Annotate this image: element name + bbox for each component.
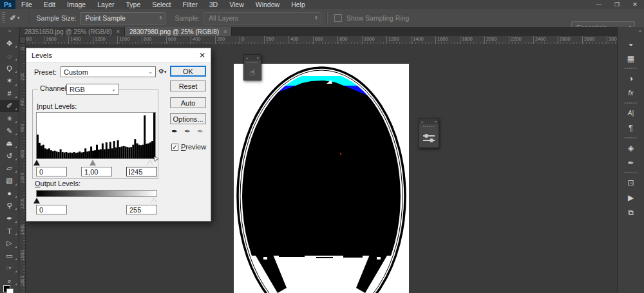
layers-panel-icon[interactable]: ⧉	[618, 205, 644, 220]
eyedropper-tool[interactable]: ✐	[0, 100, 19, 112]
panel-collapse-icon[interactable]: »	[246, 56, 248, 60]
crop-tool[interactable]: #	[0, 88, 19, 100]
swatches-panel-icon[interactable]: ▦	[618, 51, 644, 66]
vertical-ruler[interactable]: 020040060080010001200140016001800	[19, 44, 26, 293]
color-swatches[interactable]	[3, 285, 14, 293]
menu-item-type[interactable]: Type	[120, 1, 146, 8]
output-shadow-field[interactable]: 0	[36, 205, 67, 214]
color-panel-icon[interactable]: ◒	[618, 36, 644, 51]
channel-dropdown[interactable]: RGB ⌄	[66, 84, 119, 95]
dock-grip[interactable]: ••••••	[624, 170, 638, 175]
hand-tool[interactable]: ☞	[0, 262, 19, 274]
menu-item-window[interactable]: Window	[250, 1, 285, 8]
menu-item-image[interactable]: Image	[61, 1, 91, 8]
chevron-down-icon: ⌄	[148, 69, 153, 75]
dock-grip[interactable]: ••••••	[624, 100, 638, 106]
ruler-label: 400	[19, 99, 25, 106]
paths-panel-icon[interactable]: ✒	[618, 155, 644, 170]
sample-size-dropdown[interactable]: Point Sample ⇕	[80, 12, 166, 24]
3d-panel-icon[interactable]: ◈	[618, 140, 644, 155]
dock-grip[interactable]: ••••••	[624, 135, 638, 140]
panel-collapse-icon[interactable]: »	[421, 120, 423, 124]
tool-preset-caret-icon[interactable]: ▾	[17, 15, 20, 21]
hand-panel-icon[interactable]: ☝	[250, 68, 255, 77]
tab-close-icon[interactable]: ×	[117, 28, 120, 35]
gradient-tool[interactable]: ▧	[0, 175, 19, 187]
shape-tool[interactable]: ▭	[0, 250, 19, 262]
clone-stamp-tool[interactable]: ⏏	[0, 137, 19, 149]
reset-button[interactable]: Reset	[170, 80, 206, 91]
tab-close-icon[interactable]: ×	[223, 28, 227, 35]
toolbar-collapse-button[interactable]: »	[0, 27, 20, 36]
input-midtone-slider[interactable]	[90, 160, 96, 165]
move-tool[interactable]: ✥	[0, 37, 19, 50]
auto-button[interactable]: Auto	[170, 97, 206, 108]
input-highlight-field[interactable]: 245	[126, 167, 157, 176]
options-button[interactable]: Options...	[170, 113, 206, 124]
dialog-close-icon[interactable]: ✕	[199, 51, 205, 60]
actions-panel-icon[interactable]: ▶	[618, 190, 644, 205]
panel-close-icon[interactable]: ×	[434, 120, 437, 124]
input-gamma-field[interactable]: 1,00	[81, 167, 112, 176]
dodge-tool[interactable]: ⚲	[0, 200, 19, 212]
output-highlight-field[interactable]: 255	[126, 205, 157, 214]
document-tab-bar: » 28351650.jpg @ 25% (RGB/8)×28307980.pn…	[0, 27, 644, 36]
menu-item-3d[interactable]: 3D	[204, 1, 223, 8]
minimize-button[interactable]: —	[590, 1, 608, 8]
menu-item-help[interactable]: Help	[285, 1, 311, 8]
ruler-label: 400	[191, 36, 201, 44]
history-panel-icon[interactable]: ⊡	[618, 175, 644, 190]
menu-item-file[interactable]: File	[15, 1, 38, 8]
magic-wand-tool[interactable]: ✶	[0, 75, 19, 87]
gray-point-eyedropper-icon[interactable]: ✒	[184, 127, 191, 136]
type-tool[interactable]: T	[0, 225, 19, 237]
options-grip[interactable]	[2, 12, 5, 24]
eraser-tool[interactable]: ▱	[0, 162, 19, 175]
menu-item-layer[interactable]: Layer	[91, 1, 120, 8]
history-brush-tool[interactable]: ↺	[0, 150, 19, 162]
background-color-swatch[interactable]	[6, 288, 14, 293]
dock-grip[interactable]: ••••••	[624, 66, 638, 71]
blur-tool[interactable]: ●	[0, 187, 19, 200]
healing-brush-tool[interactable]: ✳	[0, 112, 19, 124]
white-point-eyedropper-icon[interactable]: ✒	[197, 127, 204, 136]
paragraph-panel-icon[interactable]: ¶	[618, 120, 644, 135]
path-select-tool[interactable]: ▷	[0, 237, 19, 249]
ruler-origin-box[interactable]	[19, 36, 26, 44]
menu-item-filter[interactable]: Filter	[176, 1, 203, 8]
ok-button[interactable]: OK	[170, 66, 206, 77]
sliders-icon[interactable]	[419, 128, 439, 147]
preview-checkbox[interactable]: ✓	[171, 144, 178, 151]
gear-icon[interactable]: ⚙▾	[158, 68, 166, 75]
output-shadow-slider[interactable]	[33, 198, 40, 203]
menu-item-select[interactable]: Select	[146, 1, 176, 8]
close-button[interactable]: ✕	[626, 1, 644, 8]
lasso-tool[interactable]: Ϙ	[0, 62, 19, 75]
menu-item-edit[interactable]: Edit	[38, 1, 61, 8]
restore-button[interactable]: ❐	[608, 1, 626, 8]
character-panel-icon[interactable]: A|	[618, 106, 644, 120]
show-sampling-ring-checkbox	[334, 14, 342, 22]
ruler-label: 0	[19, 47, 25, 55]
pen-tool[interactable]: ✒	[0, 212, 19, 224]
black-point-eyedropper-icon[interactable]: ✒	[171, 127, 178, 136]
styles-panel-icon[interactable]: fx	[618, 86, 644, 100]
ruler-label: 2800	[582, 36, 595, 44]
input-shadow-slider[interactable]	[33, 160, 40, 165]
document-tab[interactable]: 28307980.png @ 25% (RGB/8)×	[125, 27, 232, 36]
panel-grip[interactable]: ••••••	[244, 61, 261, 64]
brush-tool[interactable]: ✎	[0, 125, 19, 137]
adjustments-panel-icon[interactable]: ◑	[618, 71, 644, 86]
document-tab[interactable]: 28351650.jpg @ 25% (RGB/8)×	[20, 27, 125, 36]
dialog-titlebar[interactable]: Levels ✕	[26, 48, 211, 62]
dock-collapse-button[interactable]: «	[617, 27, 644, 36]
marquee-tool[interactable]: ◌	[0, 50, 19, 62]
tab-label: 28351650.jpg @ 25% (RGB/8)	[24, 28, 112, 35]
input-shadow-field[interactable]: 0	[36, 167, 67, 176]
eyedropper-tool-icon[interactable]: ✐	[10, 14, 16, 23]
menu-item-view[interactable]: View	[223, 1, 250, 8]
output-highlight-slider[interactable]	[151, 198, 157, 203]
document-canvas[interactable]	[234, 64, 409, 293]
preset-dropdown[interactable]: Custom ⌄	[61, 66, 156, 77]
panel-close-icon[interactable]: ×	[256, 56, 259, 60]
